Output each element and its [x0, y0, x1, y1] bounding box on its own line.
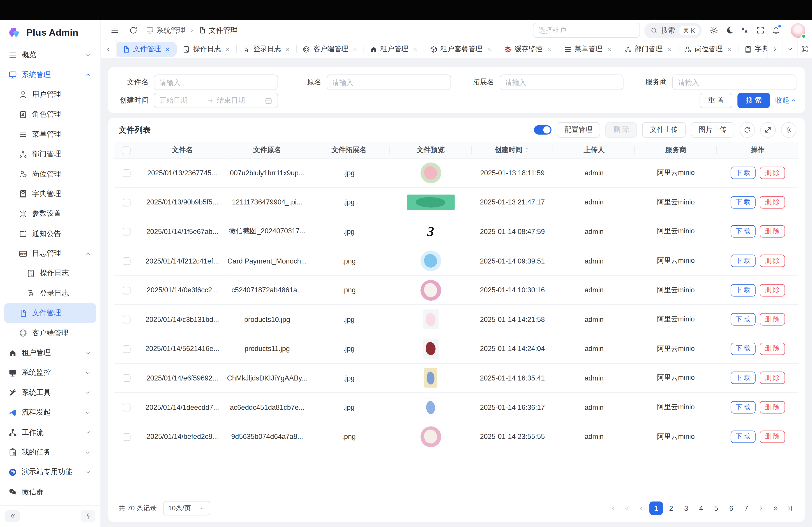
sidebar-item-17[interactable]: 系统工具 [4, 383, 96, 403]
delete-button[interactable]: 删 除 [760, 167, 785, 179]
page-number-2[interactable]: 2 [665, 501, 678, 515]
tab-操作日志[interactable]: 操作日志 [177, 42, 236, 57]
sidebar-item-10[interactable]: DEV日志管理 [4, 244, 96, 264]
page-number-4[interactable]: 4 [695, 501, 708, 515]
file-preview-image[interactable] [423, 339, 438, 359]
download-button[interactable]: 下 载 [730, 313, 756, 326]
tenant-select-input[interactable] [533, 23, 640, 38]
page-first-button[interactable] [606, 502, 619, 515]
delete-button[interactable]: 删 除 [760, 255, 785, 267]
sidebar-item-2[interactable]: 用户管理 [4, 85, 96, 105]
file-preview-image[interactable] [424, 368, 437, 388]
filter-input-1[interactable] [327, 75, 451, 90]
sidebar-item-9[interactable]: 通知公告 [4, 224, 96, 244]
page-size-select[interactable]: 10条/页 [163, 501, 210, 515]
close-icon[interactable] [412, 46, 418, 52]
download-button[interactable]: 下 载 [730, 196, 756, 209]
page-next-button[interactable] [754, 502, 767, 515]
close-icon[interactable] [224, 46, 230, 52]
refresh-page-button[interactable] [126, 24, 140, 37]
close-icon[interactable] [165, 46, 170, 52]
close-icon[interactable] [546, 46, 552, 52]
table-refresh-button[interactable] [740, 122, 755, 138]
sidebar-item-20[interactable]: 我的任务 [4, 442, 96, 462]
sidebar-item-12[interactable]: 登录日志 [4, 283, 96, 303]
sidebar-item-22[interactable]: 微信群 [4, 482, 96, 502]
row-checkbox[interactable] [122, 228, 130, 236]
page-number-6[interactable]: 6 [724, 501, 738, 515]
sidebar-item-1[interactable]: 系统管理 [4, 65, 96, 85]
file-preview-image[interactable] [407, 195, 454, 210]
file-preview-image[interactable] [423, 310, 438, 329]
row-checkbox[interactable] [122, 286, 130, 294]
page-number-3[interactable]: 3 [679, 501, 693, 515]
sidebar-collapse-button[interactable] [5, 510, 20, 522]
filter-input-2[interactable] [499, 75, 623, 90]
page-number-5[interactable]: 5 [709, 501, 723, 515]
delete-button[interactable]: 删 除 [760, 313, 785, 326]
file-preview-image[interactable] [420, 280, 441, 300]
menu-toggle-button[interactable] [108, 24, 121, 37]
row-checkbox[interactable] [122, 433, 130, 441]
sidebar-item-21[interactable]: 演示站专用功能 [4, 462, 96, 482]
sidebar-item-11[interactable]: 操作日志 [4, 264, 96, 283]
download-button[interactable]: 下 载 [730, 343, 756, 355]
collapse-filter-link[interactable]: 收起 [775, 96, 796, 105]
reset-button[interactable]: 重 置 [700, 93, 733, 108]
breadcrumb-item-1[interactable]: 文件管理 [198, 26, 237, 35]
tab-租户管理[interactable]: 租户管理 [364, 42, 423, 57]
tab-登录日志[interactable]: 登录日志 [237, 42, 296, 57]
download-button[interactable]: 下 载 [730, 225, 756, 238]
close-icon[interactable] [486, 46, 492, 52]
delete-button[interactable]: 删 除 [760, 372, 785, 384]
close-icon[interactable] [352, 46, 358, 52]
tab-菜单管理[interactable]: 菜单管理 [558, 42, 618, 57]
user-avatar[interactable] [791, 23, 805, 37]
delete-button[interactable]: 删 除 [760, 401, 785, 413]
page-number-1[interactable]: 1 [649, 501, 663, 515]
moon-button[interactable] [721, 22, 737, 38]
row-checkbox[interactable] [122, 169, 130, 177]
tab-客户端管理[interactable]: 客户端管理 [297, 42, 363, 57]
sidebar-item-18[interactable]: 流程发起 [4, 403, 96, 422]
close-icon[interactable] [666, 46, 672, 52]
filter-input-3[interactable] [672, 75, 796, 90]
row-checkbox[interactable] [122, 374, 130, 382]
row-checkbox[interactable] [122, 316, 130, 323]
file-preview-image[interactable]: 3 [416, 223, 446, 240]
tab-文件管理[interactable]: 文件管理 [117, 42, 176, 57]
column-header[interactable]: 创建时间 [472, 142, 553, 158]
toolbar-button-配置管理[interactable]: 配置管理 [557, 122, 600, 138]
gear-button[interactable] [706, 22, 721, 38]
delete-button[interactable]: 删 除 [760, 284, 785, 297]
download-button[interactable]: 下 载 [730, 401, 756, 413]
tab-岗位管理[interactable]: 岗位管理 [678, 42, 738, 57]
fullscreen-button[interactable] [752, 22, 768, 38]
row-checkbox[interactable] [122, 199, 130, 206]
bell-button[interactable] [768, 22, 784, 38]
sidebar-item-6[interactable]: 岗位管理 [4, 164, 96, 184]
tab-部门管理[interactable]: 部门管理 [618, 42, 678, 57]
sidebar-item-16[interactable]: 系统监控 [4, 363, 96, 383]
tabs-scroll-left-button[interactable] [101, 40, 117, 58]
file-preview-image[interactable] [420, 163, 441, 183]
global-search-button[interactable]: 搜索 ⌘ K [644, 22, 702, 38]
page-jump-back-button[interactable] [621, 502, 633, 515]
breadcrumb-item-0[interactable]: 系统管理 [146, 26, 185, 35]
sort-caret-icon[interactable] [523, 146, 530, 153]
tab-缓存监控[interactable]: 缓存监控 [498, 42, 557, 57]
tabs-dropdown-button[interactable] [782, 40, 797, 58]
download-button[interactable]: 下 载 [730, 372, 756, 384]
sidebar-item-7[interactable]: 字典管理 [4, 184, 96, 204]
sidebar-item-14[interactable]: 客户端管理 [4, 323, 96, 343]
table-expand-button[interactable] [760, 122, 776, 138]
file-preview-image[interactable] [420, 426, 441, 447]
toolbar-button-图片上传[interactable]: 图片上传 [691, 122, 735, 138]
page-jump-forward-button[interactable] [769, 502, 782, 515]
toolbar-button-文件上传[interactable]: 文件上传 [642, 122, 686, 138]
table-gear-button[interactable] [781, 122, 796, 138]
sidebar-item-5[interactable]: 部门管理 [4, 144, 96, 164]
download-button[interactable]: 下 载 [730, 284, 756, 297]
file-preview-image[interactable] [424, 397, 438, 417]
search-button[interactable]: 搜 索 [738, 93, 770, 108]
